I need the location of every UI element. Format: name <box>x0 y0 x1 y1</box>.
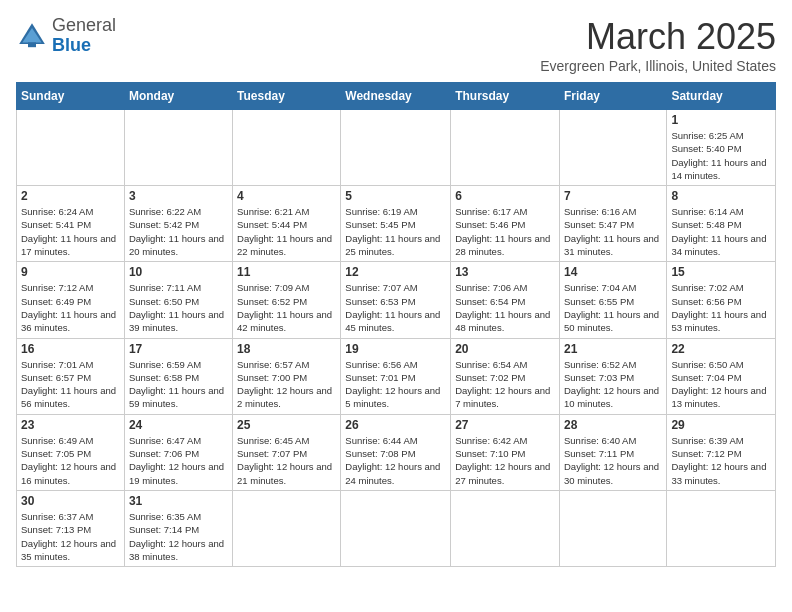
logo: General Blue <box>16 16 116 56</box>
day-30-number: 30 <box>21 494 120 508</box>
calendar-row-6: 30 Sunrise: 6:37 AMSunset: 7:13 PMDaylig… <box>17 490 776 566</box>
day-18-cell: 18 Sunrise: 6:57 AMSunset: 7:00 PMDaylig… <box>233 338 341 414</box>
logo-icon <box>16 20 48 52</box>
calendar-row-4: 16 Sunrise: 7:01 AMSunset: 6:57 PMDaylig… <box>17 338 776 414</box>
calendar-row-2: 2 Sunrise: 6:24 AMSunset: 5:41 PMDayligh… <box>17 186 776 262</box>
day-8-cell: 8 Sunrise: 6:14 AMSunset: 5:48 PMDayligh… <box>667 186 776 262</box>
empty-cell <box>451 110 560 186</box>
weekday-header-row: Sunday Monday Tuesday Wednesday Thursday… <box>17 83 776 110</box>
day-22-info: Sunrise: 6:50 AMSunset: 7:04 PMDaylight:… <box>671 358 771 411</box>
day-4-info: Sunrise: 6:21 AMSunset: 5:44 PMDaylight:… <box>237 205 336 258</box>
day-25-info: Sunrise: 6:45 AMSunset: 7:07 PMDaylight:… <box>237 434 336 487</box>
day-31-info: Sunrise: 6:35 AMSunset: 7:14 PMDaylight:… <box>129 510 228 563</box>
header-friday: Friday <box>559 83 666 110</box>
day-26-info: Sunrise: 6:44 AMSunset: 7:08 PMDaylight:… <box>345 434 446 487</box>
day-30-info: Sunrise: 6:37 AMSunset: 7:13 PMDaylight:… <box>21 510 120 563</box>
day-11-number: 11 <box>237 265 336 279</box>
day-16-cell: 16 Sunrise: 7:01 AMSunset: 6:57 PMDaylig… <box>17 338 125 414</box>
day-2-number: 2 <box>21 189 120 203</box>
day-23-cell: 23 Sunrise: 6:49 AMSunset: 7:05 PMDaylig… <box>17 414 125 490</box>
empty-cell <box>559 110 666 186</box>
day-23-number: 23 <box>21 418 120 432</box>
header-tuesday: Tuesday <box>233 83 341 110</box>
calendar-row-1: 1 Sunrise: 6:25 AMSunset: 5:40 PMDayligh… <box>17 110 776 186</box>
empty-cell <box>17 110 125 186</box>
day-24-info: Sunrise: 6:47 AMSunset: 7:06 PMDaylight:… <box>129 434 228 487</box>
day-5-info: Sunrise: 6:19 AMSunset: 5:45 PMDaylight:… <box>345 205 446 258</box>
day-21-number: 21 <box>564 342 662 356</box>
day-25-number: 25 <box>237 418 336 432</box>
day-8-number: 8 <box>671 189 771 203</box>
day-16-number: 16 <box>21 342 120 356</box>
header-wednesday: Wednesday <box>341 83 451 110</box>
day-4-number: 4 <box>237 189 336 203</box>
day-17-info: Sunrise: 6:59 AMSunset: 6:58 PMDaylight:… <box>129 358 228 411</box>
day-28-info: Sunrise: 6:40 AMSunset: 7:11 PMDaylight:… <box>564 434 662 487</box>
day-14-cell: 14 Sunrise: 7:04 AMSunset: 6:55 PMDaylig… <box>559 262 666 338</box>
month-title: March 2025 <box>540 16 776 58</box>
day-22-cell: 22 Sunrise: 6:50 AMSunset: 7:04 PMDaylig… <box>667 338 776 414</box>
day-28-cell: 28 Sunrise: 6:40 AMSunset: 7:11 PMDaylig… <box>559 414 666 490</box>
day-2-info: Sunrise: 6:24 AMSunset: 5:41 PMDaylight:… <box>21 205 120 258</box>
day-27-number: 27 <box>455 418 555 432</box>
logo-general-text: General <box>52 15 116 35</box>
day-10-cell: 10 Sunrise: 7:11 AMSunset: 6:50 PMDaylig… <box>124 262 232 338</box>
day-27-cell: 27 Sunrise: 6:42 AMSunset: 7:10 PMDaylig… <box>451 414 560 490</box>
svg-rect-2 <box>28 42 36 47</box>
day-26-number: 26 <box>345 418 446 432</box>
day-9-info: Sunrise: 7:12 AMSunset: 6:49 PMDaylight:… <box>21 281 120 334</box>
day-2-cell: 2 Sunrise: 6:24 AMSunset: 5:41 PMDayligh… <box>17 186 125 262</box>
day-30-cell: 30 Sunrise: 6:37 AMSunset: 7:13 PMDaylig… <box>17 490 125 566</box>
header-thursday: Thursday <box>451 83 560 110</box>
calendar-table: Sunday Monday Tuesday Wednesday Thursday… <box>16 82 776 567</box>
day-12-cell: 12 Sunrise: 7:07 AMSunset: 6:53 PMDaylig… <box>341 262 451 338</box>
day-3-info: Sunrise: 6:22 AMSunset: 5:42 PMDaylight:… <box>129 205 228 258</box>
day-15-info: Sunrise: 7:02 AMSunset: 6:56 PMDaylight:… <box>671 281 771 334</box>
day-25-cell: 25 Sunrise: 6:45 AMSunset: 7:07 PMDaylig… <box>233 414 341 490</box>
day-20-number: 20 <box>455 342 555 356</box>
day-15-cell: 15 Sunrise: 7:02 AMSunset: 6:56 PMDaylig… <box>667 262 776 338</box>
day-27-info: Sunrise: 6:42 AMSunset: 7:10 PMDaylight:… <box>455 434 555 487</box>
day-9-number: 9 <box>21 265 120 279</box>
header-monday: Monday <box>124 83 232 110</box>
empty-cell <box>451 490 560 566</box>
day-6-info: Sunrise: 6:17 AMSunset: 5:46 PMDaylight:… <box>455 205 555 258</box>
day-1-info: Sunrise: 6:25 AMSunset: 5:40 PMDaylight:… <box>671 129 771 182</box>
day-10-info: Sunrise: 7:11 AMSunset: 6:50 PMDaylight:… <box>129 281 228 334</box>
empty-cell <box>341 490 451 566</box>
calendar-row-3: 9 Sunrise: 7:12 AMSunset: 6:49 PMDayligh… <box>17 262 776 338</box>
header-sunday: Sunday <box>17 83 125 110</box>
day-29-info: Sunrise: 6:39 AMSunset: 7:12 PMDaylight:… <box>671 434 771 487</box>
day-31-number: 31 <box>129 494 228 508</box>
day-17-number: 17 <box>129 342 228 356</box>
empty-cell <box>233 110 341 186</box>
day-7-cell: 7 Sunrise: 6:16 AMSunset: 5:47 PMDayligh… <box>559 186 666 262</box>
day-18-number: 18 <box>237 342 336 356</box>
day-13-number: 13 <box>455 265 555 279</box>
day-3-number: 3 <box>129 189 228 203</box>
day-22-number: 22 <box>671 342 771 356</box>
day-29-cell: 29 Sunrise: 6:39 AMSunset: 7:12 PMDaylig… <box>667 414 776 490</box>
day-18-info: Sunrise: 6:57 AMSunset: 7:00 PMDaylight:… <box>237 358 336 411</box>
empty-cell <box>124 110 232 186</box>
day-9-cell: 9 Sunrise: 7:12 AMSunset: 6:49 PMDayligh… <box>17 262 125 338</box>
page-header: General Blue March 2025 Evergreen Park, … <box>16 16 776 74</box>
empty-cell <box>233 490 341 566</box>
calendar-row-5: 23 Sunrise: 6:49 AMSunset: 7:05 PMDaylig… <box>17 414 776 490</box>
day-6-number: 6 <box>455 189 555 203</box>
day-24-number: 24 <box>129 418 228 432</box>
day-4-cell: 4 Sunrise: 6:21 AMSunset: 5:44 PMDayligh… <box>233 186 341 262</box>
day-1-number: 1 <box>671 113 771 127</box>
logo-text: General Blue <box>52 16 116 56</box>
day-20-cell: 20 Sunrise: 6:54 AMSunset: 7:02 PMDaylig… <box>451 338 560 414</box>
logo-blue-text: Blue <box>52 35 91 55</box>
day-12-number: 12 <box>345 265 446 279</box>
day-8-info: Sunrise: 6:14 AMSunset: 5:48 PMDaylight:… <box>671 205 771 258</box>
day-31-cell: 31 Sunrise: 6:35 AMSunset: 7:14 PMDaylig… <box>124 490 232 566</box>
day-7-info: Sunrise: 6:16 AMSunset: 5:47 PMDaylight:… <box>564 205 662 258</box>
day-3-cell: 3 Sunrise: 6:22 AMSunset: 5:42 PMDayligh… <box>124 186 232 262</box>
day-21-cell: 21 Sunrise: 6:52 AMSunset: 7:03 PMDaylig… <box>559 338 666 414</box>
day-17-cell: 17 Sunrise: 6:59 AMSunset: 6:58 PMDaylig… <box>124 338 232 414</box>
day-16-info: Sunrise: 7:01 AMSunset: 6:57 PMDaylight:… <box>21 358 120 411</box>
day-13-cell: 13 Sunrise: 7:06 AMSunset: 6:54 PMDaylig… <box>451 262 560 338</box>
